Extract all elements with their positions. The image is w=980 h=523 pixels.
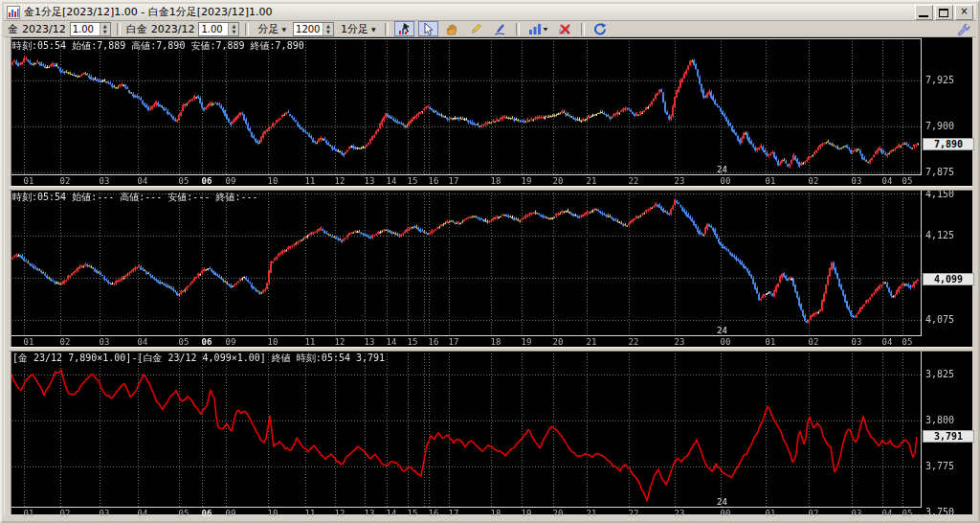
date-label: 24 — [717, 497, 727, 507]
x-tick-label: 13 — [360, 509, 379, 518]
x-tick-label: 05 — [898, 509, 917, 518]
x-tick-label: 16 — [424, 509, 443, 518]
x-tick-label: 03 — [847, 509, 866, 518]
x-tick-label: 21 — [582, 509, 601, 518]
x-tick-label: 17 — [444, 509, 463, 518]
x-tick-label: 11 — [301, 509, 320, 518]
date-label: 24 — [717, 165, 727, 174]
x-tick-label: 05 — [174, 337, 193, 347]
x-tick-label: 14 — [382, 509, 401, 518]
x-tick-label: 02 — [804, 337, 823, 347]
x-tick-label: 03 — [95, 337, 114, 347]
y-tick-label: 7,875 — [925, 167, 973, 177]
platinum-pane-info: 時刻:05:54 始値:--- 高値:--- 安値:--- 終値:--- — [12, 191, 258, 204]
gold-pane-info: 時刻:05:54 始値:7,889 高値:7,890 安値:7,889 終値:7… — [12, 39, 304, 53]
x-tick-label: 15 — [403, 509, 422, 518]
x-tick-label: 01 — [19, 337, 38, 347]
x-tick-label: 18 — [486, 337, 505, 347]
y-tick-label: 4,075 — [925, 314, 973, 325]
x-tick-label: 05 — [898, 176, 917, 186]
x-tick-label: 02 — [804, 176, 823, 186]
x-tick-label: 23 — [670, 509, 689, 518]
x-tick-label: 16 — [424, 176, 443, 186]
x-tick-label: 01 — [19, 509, 38, 518]
x-tick-label: 19 — [517, 176, 536, 186]
x-tick-label: 05 — [898, 337, 917, 347]
x-tick-label: 04 — [878, 176, 897, 186]
y-tick-label: 3,800 — [925, 415, 973, 425]
x-tick-label: 22 — [624, 337, 643, 347]
y-tick-label: 3,750 — [925, 507, 973, 517]
x-tick-label: 04 — [133, 509, 152, 518]
x-tick-label: 13 — [360, 176, 379, 186]
x-tick-label: 00 — [716, 509, 735, 518]
x-tick-label: 15 — [403, 337, 422, 347]
x-tick-label: 04 — [133, 176, 152, 186]
y-tick-label: 7,900 — [925, 121, 973, 131]
x-tick-label: 18 — [486, 176, 505, 186]
date-label: 24 — [717, 326, 727, 335]
x-tick-label: 03 — [95, 176, 114, 186]
x-tick-label: 10 — [263, 176, 282, 186]
x-tick-label: 22 — [624, 509, 643, 518]
y-tick-label: 3,775 — [925, 461, 973, 471]
x-tick-label: 00 — [716, 337, 735, 347]
x-tick-label: 00 — [716, 176, 735, 186]
x-tick-label: 03 — [847, 176, 866, 186]
x-tick-label: 11 — [301, 176, 320, 186]
x-tick-label: 19 — [517, 509, 536, 518]
x-tick-label: 20 — [548, 337, 568, 347]
x-tick-label: 10 — [263, 509, 282, 518]
x-tick-label: 22 — [624, 176, 643, 186]
x-tick-label: 09 — [221, 509, 240, 518]
x-tick-label: 02 — [56, 337, 75, 347]
x-tick-label: 20 — [548, 176, 568, 186]
price-badge: 7,890 — [923, 138, 974, 150]
pane-separator[interactable] — [10, 186, 972, 191]
x-tick-label: 01 — [761, 337, 780, 347]
x-tick-label: 06 — [197, 176, 216, 186]
x-tick-label: 09 — [221, 337, 240, 347]
x-tick-label: 16 — [424, 337, 443, 347]
x-tick-label: 05 — [174, 509, 193, 518]
x-tick-label: 05 — [174, 176, 193, 186]
wrench-icon[interactable] — [957, 23, 970, 36]
x-tick-label: 02 — [804, 509, 823, 518]
app-window: 金1分足[2023/12]1.00 - 白金1分足[2023/12]1.00 ×… — [0, 0, 980, 523]
x-tick-label: 13 — [360, 337, 379, 347]
x-tick-label: 17 — [444, 337, 463, 347]
spread-pane-info: [金 23/12 7,890×1.00]-[白金 23/12 4,099×1.0… — [12, 352, 385, 365]
x-tick-label: 02 — [56, 176, 75, 186]
y-tick-label: 4,125 — [925, 230, 973, 240]
x-tick-label: 06 — [197, 509, 216, 518]
price-badge: 4,099 — [923, 273, 974, 285]
x-tick-label: 10 — [263, 337, 282, 347]
x-tick-label: 03 — [847, 337, 866, 347]
x-tick-label: 12 — [330, 176, 349, 186]
x-tick-label: 02 — [56, 509, 75, 518]
x-tick-label: 21 — [582, 337, 601, 347]
x-tick-label: 12 — [330, 509, 349, 518]
x-tick-label: 21 — [582, 176, 601, 186]
x-tick-label: 23 — [670, 337, 689, 347]
pane-separator[interactable] — [10, 347, 972, 352]
price-badge: 3,791 — [923, 430, 974, 443]
x-tick-label: 03 — [95, 509, 114, 518]
chart-canvas[interactable] — [2, 2, 980, 523]
x-tick-label: 15 — [403, 176, 422, 186]
x-tick-label: 11 — [301, 337, 320, 347]
x-tick-label: 12 — [330, 337, 349, 347]
x-tick-label: 01 — [19, 176, 38, 186]
x-tick-label: 19 — [517, 337, 536, 347]
y-tick-label: 7,925 — [925, 75, 973, 85]
left-frame — [4, 37, 11, 517]
x-tick-label: 14 — [382, 176, 401, 186]
x-tick-label: 20 — [548, 509, 568, 518]
x-tick-label: 14 — [382, 337, 401, 347]
x-tick-label: 01 — [761, 509, 780, 518]
x-tick-label: 09 — [221, 176, 240, 186]
x-tick-label: 04 — [133, 337, 152, 347]
x-tick-label: 23 — [670, 176, 689, 186]
x-tick-label: 17 — [444, 176, 463, 186]
x-tick-label: 01 — [761, 176, 780, 186]
